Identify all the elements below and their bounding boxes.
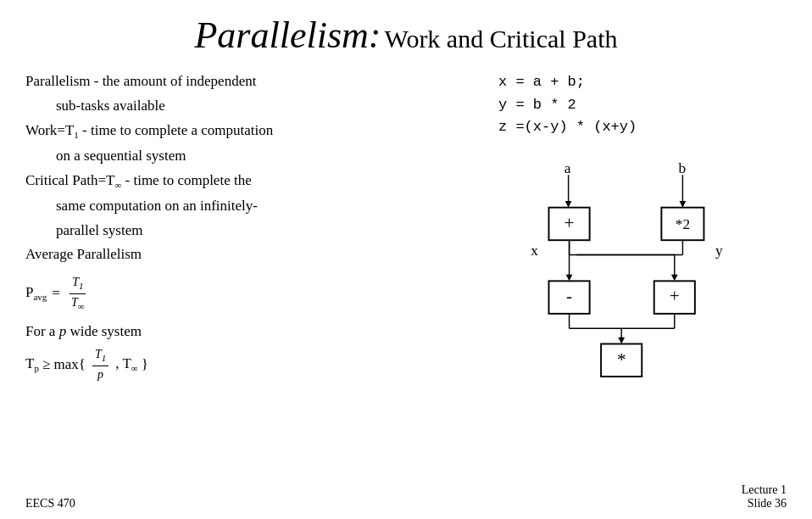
para2-line3: on a sequential system: [56, 146, 481, 167]
arrowhead-minus-star: [618, 338, 625, 344]
computation-diagram: a b + *2 x: [498, 157, 753, 377]
footer-right-line1: Lecture 1: [742, 483, 787, 497]
pavg-p: Pavg: [25, 282, 47, 304]
para2: Work=T1 - time to complete a computation: [25, 120, 481, 142]
code-line1: x = a + b;: [498, 71, 637, 93]
tp-label: Tp: [25, 354, 39, 376]
para1-line2: sub-tasks available: [56, 96, 481, 117]
arrowhead-a-plus: [565, 201, 572, 208]
footer-right-line2: Slide 36: [742, 497, 787, 511]
fraction-t1-tinf: T1 T∞: [69, 274, 87, 313]
content-area: Parallelism - the amount of independent …: [25, 71, 787, 383]
para5-p: p: [59, 323, 67, 339]
fraction-numerator: T1: [70, 274, 86, 294]
equals-sign: =: [52, 283, 60, 304]
tp-fraction: T1 p: [92, 346, 108, 383]
title-main: Parallelism:: [194, 14, 381, 56]
label-times2: *2: [676, 216, 690, 232]
para3-line3: same computation on an infinitely-: [56, 196, 481, 217]
footer-left: EECS 470: [25, 497, 75, 511]
arrowhead-b-times2: [680, 201, 687, 208]
code-line3: z =(x-y) * (x+y): [498, 116, 637, 138]
para1-line1: Parallelism - the amount of independent: [25, 71, 481, 92]
para4: Average Parallelism: [25, 244, 481, 265]
footer-right: Lecture 1 Slide 36: [742, 483, 787, 511]
code-block: x = a + b; y = b * 2 z =(x-y) * (x+y): [498, 71, 637, 138]
tp-close: }: [142, 354, 148, 376]
label-minus: -: [566, 287, 572, 307]
para3-text: - time to complete the: [121, 172, 251, 188]
tp-formula: Tp ≥ max{ T1 p , T∞ }: [25, 346, 481, 383]
para2-text: - time to complete a computation: [79, 122, 273, 138]
label-plus2: +: [670, 287, 680, 307]
para3-cp: Critical Path=T: [25, 172, 114, 188]
label-y: y: [715, 243, 723, 259]
pavg-sub: avg: [33, 292, 47, 302]
code-line2: y = b * 2: [498, 94, 637, 116]
arrowhead-x-plus2: [671, 275, 678, 282]
slide: Parallelism: Work and Critical Path Para…: [0, 0, 812, 519]
para3-line4: parallel system: [56, 220, 481, 242]
slide-title: Parallelism: Work and Critical Path: [25, 15, 787, 56]
tp-fraction-num: T1: [92, 346, 108, 366]
tp-comma: , T∞: [115, 354, 137, 376]
arrowhead-plus1-minus: [566, 275, 573, 282]
para2-work: Work=T: [25, 122, 74, 138]
pavg-formula: Pavg = T1 T∞: [25, 274, 481, 313]
para3: Critical Path=T∞ - time to complete the: [25, 170, 481, 193]
label-star: *: [617, 349, 626, 370]
diagram-svg: a b + *2 x: [498, 157, 753, 377]
tp-fraction-den: p: [95, 366, 106, 383]
label-x: x: [531, 243, 538, 259]
right-column: x = a + b; y = b * 2 z =(x-y) * (x+y) a …: [498, 71, 787, 377]
left-column: Parallelism - the amount of independent …: [25, 71, 481, 383]
title-sub: Work and Critical Path: [384, 25, 617, 53]
label-a: a: [565, 161, 571, 177]
label-b: b: [679, 161, 687, 177]
label-plus1: +: [565, 213, 575, 233]
tp-geq: ≥ max{: [42, 354, 86, 376]
fraction-denominator: T∞: [69, 294, 87, 314]
para5: For a p wide system: [25, 321, 481, 343]
